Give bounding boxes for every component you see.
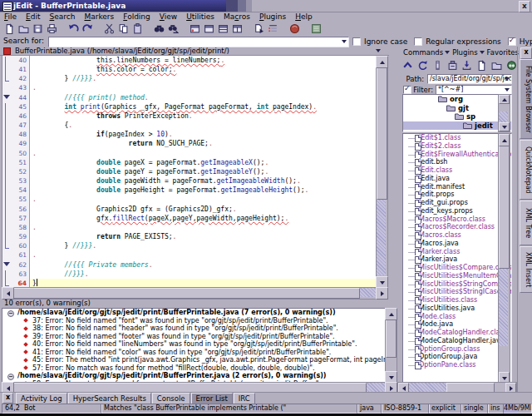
split-horizontal-icon[interactable] xyxy=(217,22,229,34)
code-area[interactable]: this.lineNumbers = lineNumbers;. this.co… xyxy=(30,56,377,287)
code-line[interactable]: double pageWidth = pageFormat.getImageab… xyxy=(32,176,301,186)
fsb-menu-commands[interactable]: Commands xyxy=(403,48,450,57)
fsb-open-folder-icon[interactable] xyxy=(491,59,503,71)
new-file-icon[interactable] xyxy=(3,22,15,34)
code-line[interactable]: } //}}}. xyxy=(32,74,96,83)
copy-icon[interactable] xyxy=(117,22,129,34)
encoding-status[interactable]: ISO-8859-1 xyxy=(381,404,430,414)
overwrite-status[interactable]: ins xyxy=(487,404,505,414)
code-line[interactable]: . xyxy=(32,83,37,92)
file-item[interactable]: Mode.class xyxy=(403,313,511,321)
file-item[interactable]: MiscUtilities$MenuItemCompare.class xyxy=(403,272,511,280)
file-item[interactable]: MiscUtilities$StringCompare.class xyxy=(403,280,511,289)
file-item[interactable]: jedit_gui.props xyxy=(403,199,511,207)
file-item[interactable]: jedit.manifest xyxy=(403,183,511,191)
error-item[interactable]: 41: Error: No field named "color" was fo… xyxy=(2,349,386,357)
code-line[interactable]: } //}}}. xyxy=(32,241,96,250)
tree-vscroll-track[interactable] xyxy=(498,94,510,132)
menu-search[interactable]: Search xyxy=(50,12,76,21)
open-file-icon[interactable] xyxy=(17,22,29,34)
fold-mode-status[interactable]: explicit xyxy=(428,404,462,414)
menu-utilities[interactable]: Utilities xyxy=(186,12,214,21)
menu-folding[interactable]: Folding xyxy=(123,12,150,21)
file-item[interactable]: jedit.props xyxy=(403,191,511,199)
code-line[interactable]: double pageY = pageFormat.getImageableY(… xyxy=(32,167,268,176)
checkbox-hypersearch[interactable]: ✓ xyxy=(508,37,516,46)
buffer-switcher-icon[interactable] xyxy=(253,22,264,34)
paste-icon[interactable] xyxy=(131,22,143,34)
plugin-manager-icon[interactable] xyxy=(310,22,322,34)
file-item[interactable]: ModeCatalogHandler.java xyxy=(403,337,511,345)
text-editor[interactable]: 4041424344454647484950515253545556575859… xyxy=(2,56,377,287)
directory-tree[interactable]: orggjtspjedit xyxy=(402,94,512,132)
file-item[interactable]: Marker.java xyxy=(403,255,511,264)
dock-strip-close-button[interactable]: x xyxy=(520,47,532,59)
side-tab-xml-insert[interactable]: XML Insert xyxy=(520,246,532,293)
file-item[interactable]: Macros.class xyxy=(403,231,511,240)
error-item[interactable]: 38: Error: No field named "header" was f… xyxy=(2,324,386,333)
dock-tab-hypersearch-results[interactable]: HyperSearch Results xyxy=(68,393,151,404)
side-tab-quicknotepad[interactable]: QuickNotepad xyxy=(520,140,532,200)
editor-vscroll-thumb[interactable] xyxy=(377,67,387,200)
menu-markers[interactable]: Markers xyxy=(84,12,114,21)
reload-icon[interactable] xyxy=(417,59,429,71)
file-item[interactable]: MiscUtilities$Compare.class xyxy=(403,264,511,272)
path-field[interactable]: /slava/jEdit/org/gjt/sp/jedit xyxy=(427,74,512,84)
code-line[interactable]: throws PrinterException. xyxy=(32,111,193,121)
split-vertical-icon[interactable] xyxy=(231,22,243,34)
code-line[interactable]: Graphics2D gfx = (Graphics2D)_gfx;. xyxy=(32,205,237,214)
code-line[interactable]: double pageX = pageFormat.getImageableX(… xyxy=(32,158,268,167)
file-item[interactable]: jEdit$2.class xyxy=(403,142,511,151)
bottom-dock-close-button[interactable]: x xyxy=(2,393,13,404)
dock-tab-activity-log[interactable]: Activity Log xyxy=(16,393,67,404)
code-line[interactable]: this.lineNumbers = lineNumbers;. xyxy=(32,56,224,65)
code-line[interactable]: this.color = color;. xyxy=(32,65,176,74)
code-line[interactable]: //{{{ print() method. xyxy=(32,93,149,102)
save-file-icon[interactable] xyxy=(32,22,43,34)
unsplit-view-icon[interactable] xyxy=(203,22,214,34)
side-tab-file-system-browser[interactable]: File System Browser xyxy=(520,59,532,139)
file-item[interactable]: MiscUtilities.java xyxy=(403,305,511,313)
error-list-scroll-up-button[interactable] xyxy=(385,308,397,320)
code-line[interactable]: if(pageIndex > 10). xyxy=(32,130,173,139)
error-item[interactable]: 45: Error: The method "int print(java.aw… xyxy=(2,356,386,364)
file-list[interactable]: jEdit$1.classjEdit$2.classjEdit$Firewall… xyxy=(402,133,512,384)
dock-tab-error-list[interactable]: Error List xyxy=(191,393,233,404)
menu-edit[interactable]: Edit xyxy=(26,12,40,21)
code-line[interactable]: . xyxy=(32,149,37,158)
tree-expand-handle-icon[interactable] xyxy=(7,374,14,380)
code-line[interactable]: //{{{ Private members. xyxy=(32,260,153,270)
menu-plugins[interactable]: Plugins xyxy=(259,12,286,21)
code-line[interactable]: double pageHeight = pageFormat.getImagea… xyxy=(32,186,308,195)
synchronize-icon[interactable] xyxy=(461,59,473,71)
code-line[interactable]: gfx.fillRect(pageX,pageY,pageWidth,pageH… xyxy=(32,214,288,223)
file-item[interactable]: Macros$Macro.class xyxy=(403,215,511,224)
error-item[interactable]: 40: Error: No field named "lineNumbers" … xyxy=(2,340,386,349)
memory-status[interactable]: 4Mb/9Mb xyxy=(503,404,532,414)
tree-scroll-up-button[interactable] xyxy=(499,95,510,104)
code-line[interactable]: {. xyxy=(32,121,72,130)
error-item[interactable]: 37: Error: No field named "font" was fou… xyxy=(2,317,386,325)
fsb-menu-plugins[interactable]: Plugins xyxy=(452,48,484,57)
file-item[interactable]: OptionGroup.java xyxy=(403,353,511,361)
code-line[interactable]: //}}}. xyxy=(32,270,88,279)
new-view-icon[interactable] xyxy=(189,22,200,34)
window-close-button[interactable]: x xyxy=(519,1,530,12)
path-dropdown-icon[interactable] xyxy=(505,77,510,81)
tree-node-org[interactable]: org xyxy=(403,95,511,104)
menu-view[interactable]: View xyxy=(160,12,177,21)
error-list[interactable]: /home/slava/jEdit/org/gjt/sp/jedit/print… xyxy=(2,308,387,384)
file-item[interactable]: MiscUtilities.class xyxy=(403,296,511,305)
menu-macros[interactable]: Macros xyxy=(224,12,250,21)
run-macro-icon[interactable] xyxy=(288,22,300,34)
code-line[interactable]: return PAGE_EXISTS;. xyxy=(32,232,176,241)
fold-gutter[interactable] xyxy=(2,56,10,287)
title-bar-active-area[interactable]: jEdit - BufferPrintable.java xyxy=(0,0,226,12)
error-file-node[interactable]: /home/slava/jEdit/org/gjt/sp/jedit/print… xyxy=(2,309,386,317)
fold-collapse-icon[interactable] xyxy=(3,262,10,266)
file-list-scroll-up-button[interactable] xyxy=(499,134,510,146)
file-item[interactable]: MiscUtilities$StringICaseCompare.class xyxy=(403,288,511,296)
fold-collapse-icon[interactable] xyxy=(3,95,10,99)
tree-node-sp[interactable]: sp xyxy=(403,112,511,121)
file-item[interactable]: Macros.java xyxy=(403,240,511,248)
